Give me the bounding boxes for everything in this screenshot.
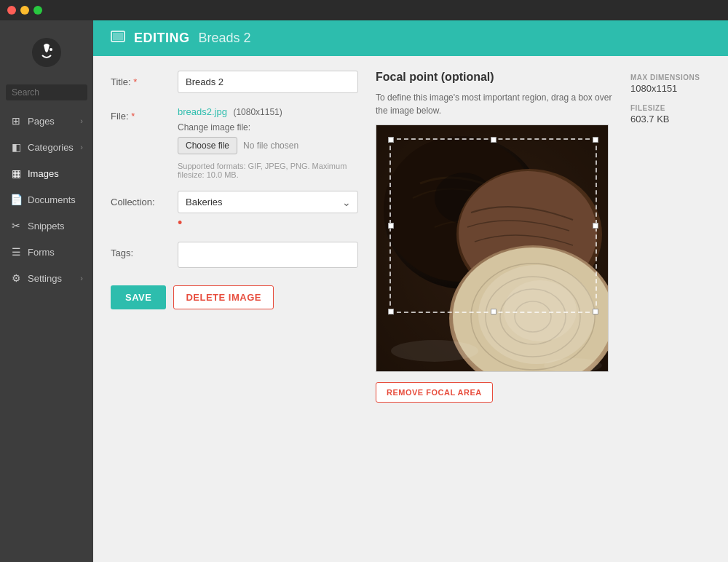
meta-filesize-label: FILESIZE [630,104,711,112]
meta-filesize-section: FILESIZE 603.7 KB [630,104,711,124]
app-container: 🔍 ⊞ Pages › ◧ Categories › ▦ Images 📄 Do… [0,20,728,562]
sidebar-item-label: Categories [28,142,74,153]
button-row: SAVE DELETE IMAGE [111,285,358,309]
content-area: EDITING Breads 2 Title: * File: [93,20,728,562]
svg-point-1 [50,48,52,51]
pages-icon: ⊞ [10,115,22,127]
main-content: Title: * File: * breads2.jpg (1080x115 [93,56,728,562]
sidebar-item-label: Documents [28,194,76,205]
title-label: Title: * [111,71,169,87]
focal-description: To define this image's most important re… [376,91,613,117]
page-title-name: Breads 2 [199,31,251,46]
focal-panel: Focal point (optional) To define this im… [376,71,613,547]
title-row: Title: * [111,71,358,93]
delete-image-button[interactable]: DELETE IMAGE [173,285,274,309]
maximize-button[interactable] [33,6,42,15]
svg-point-19 [391,340,478,362]
file-section: breads2.jpg (1080x1151) Change image fil… [178,105,358,179]
editing-icon [111,29,125,47]
svg-rect-3 [113,33,123,40]
tags-label: Tags: [111,242,169,258]
title-bar [0,0,728,20]
page-title-action: EDITING [134,31,190,46]
collection-label: Collection: [111,191,169,207]
collection-required-star: • [178,215,182,230]
search-bar[interactable]: 🔍 [6,84,87,100]
title-input[interactable] [178,71,358,93]
close-button[interactable] [7,6,16,15]
forms-icon: ☰ [10,246,22,258]
tags-row: Tags: [111,242,358,268]
meta-dimensions-section: MAX DIMENSIONS 1080x1151 [630,74,711,94]
no-file-text: No file chosen [243,140,298,151]
minimize-button[interactable] [20,6,29,15]
meta-dimensions-label: MAX DIMENSIONS [630,74,711,82]
remove-focal-button[interactable]: REMOVE FOCAL AREA [376,382,493,403]
collection-select[interactable]: Bakeries General Products [178,191,358,213]
images-icon: ▦ [10,167,22,179]
collection-required-row: • [111,216,358,230]
choose-file-button[interactable]: Choose file [178,137,237,154]
sidebar-nav: ⊞ Pages › ◧ Categories › ▦ Images 📄 Docu… [0,108,93,291]
svg-point-18 [504,280,577,341]
focal-title: Focal point (optional) [376,71,613,84]
sidebar-item-label: Snippets [28,221,65,231]
chevron-right-icon: › [80,143,83,151]
snippets-icon: ✂ [10,220,22,231]
change-file-label: Change image file: [178,122,358,132]
collection-row: Collection: Bakeries General Products ⌄ [111,191,358,213]
sidebar-logo [0,20,93,84]
file-label: File: * [111,105,169,122]
sidebar-item-images[interactable]: ▦ Images [0,160,93,186]
sidebar: 🔍 ⊞ Pages › ◧ Categories › ▦ Images 📄 Do… [0,20,93,562]
file-choose-row: Choose file No file chosen [178,137,358,154]
sidebar-item-label: Pages [28,116,55,127]
chevron-right-icon: › [80,116,83,125]
sidebar-item-label: Forms [28,247,55,258]
meta-dimensions-value: 1080x1151 [630,83,711,94]
settings-icon: ⚙ [10,272,22,284]
save-button[interactable]: SAVE [111,285,166,309]
title-required: * [133,76,137,87]
file-link[interactable]: breads2.jpg [178,106,227,117]
sidebar-item-settings[interactable]: ⚙ Settings › [0,265,93,291]
sidebar-item-pages[interactable]: ⊞ Pages › [0,108,93,134]
sidebar-item-documents[interactable]: 📄 Documents [0,186,93,213]
tags-input[interactable] [178,242,358,268]
focal-image-container[interactable] [376,124,609,372]
bread-image [376,125,609,372]
collection-select-wrap: Bakeries General Products ⌄ [178,191,358,213]
sidebar-item-forms[interactable]: ☰ Forms [0,239,93,265]
sidebar-item-snippets[interactable]: ✂ Snippets [0,213,93,239]
categories-icon: ◧ [10,141,22,153]
collection-section: Collection: Bakeries General Products ⌄ … [111,191,358,230]
sidebar-item-categories[interactable]: ◧ Categories › [0,134,93,160]
file-link-row: breads2.jpg (1080x1151) [178,105,358,118]
documents-icon: 📄 [10,194,22,205]
meta-panel: MAX DIMENSIONS 1080x1151 FILESIZE 603.7 … [630,71,711,547]
sidebar-item-label: Images [28,168,59,179]
chevron-right-icon: › [80,274,83,282]
page-header: EDITING Breads 2 [93,20,728,56]
form-panel: Title: * File: * breads2.jpg (1080x115 [111,71,358,547]
file-dimensions: (1080x1151) [233,107,282,117]
file-formats-text: Supported formats: GIF, JPEG, PNG. Maxim… [178,162,358,179]
sidebar-item-label: Settings [28,273,62,284]
file-row: File: * breads2.jpg (1080x1151) Change i… [111,105,358,179]
file-required: * [131,111,135,122]
meta-filesize-value: 603.7 KB [630,114,711,124]
